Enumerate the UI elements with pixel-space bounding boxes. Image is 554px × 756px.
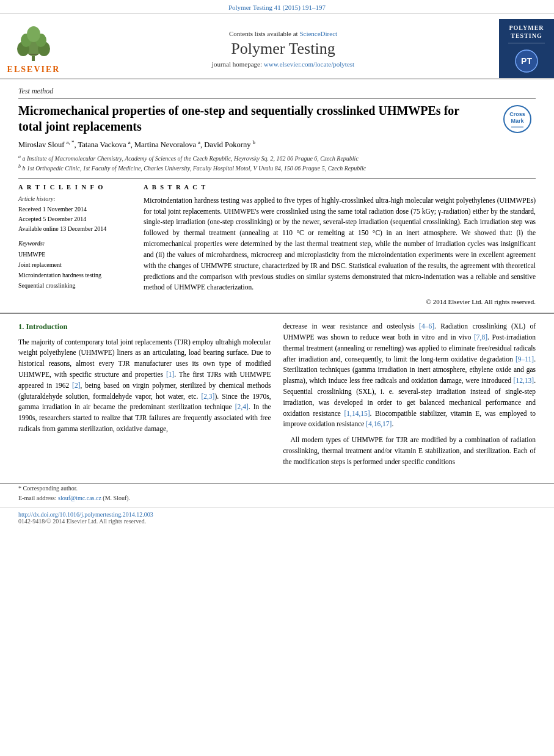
science-direct-link[interactable]: ScienceDirect — [299, 30, 337, 37]
svg-rect-7 — [29, 54, 38, 55]
bottom-bar: http://dx.doi.org/10.1016/j.polymertesti… — [0, 507, 554, 528]
section-1-title: 1. Introduction — [18, 321, 271, 333]
svg-point-6 — [27, 26, 40, 42]
issn-line: 0142-9418/© 2014 Elsevier Ltd. All right… — [18, 518, 536, 525]
top-journal-bar: Polymer Testing 41 (2015) 191–197 — [0, 0, 554, 14]
article-title: Micromechanical properties of one-step a… — [18, 103, 464, 134]
footnote-section: * Corresponding author. E-mail address: … — [0, 483, 554, 503]
elsevier-logo: ELSEVIER — [7, 23, 60, 75]
elsevier-wordmark: ELSEVIER — [7, 65, 60, 75]
corresponding-author-note: * Corresponding author. — [18, 484, 536, 493]
main-body: 1. Introduction The majority of contempo… — [0, 313, 554, 480]
elsevier-logo-section: ELSEVIER — [0, 19, 67, 78]
article-header: Test method Micromechanical properties o… — [0, 79, 554, 313]
article-type: Test method — [18, 87, 536, 99]
body-col-left: 1. Introduction The majority of contempo… — [18, 321, 271, 473]
crossmark-icon: Cross Mark — [502, 104, 533, 134]
elsevier-tree-icon — [11, 23, 57, 63]
body-para-3: All modern types of UHMWPE for TJR are m… — [283, 435, 536, 467]
body-col-right: decrease in wear resistance and osteolys… — [283, 321, 536, 473]
article-info: A R T I C L E I N F O Article history: R… — [18, 184, 131, 305]
email-link[interactable]: slouf@imc.cas.cz — [58, 495, 101, 501]
abstract-text: Microindentation hardness testing was ap… — [144, 195, 536, 293]
body-para-1: The majority of contemporary total joint… — [18, 337, 271, 435]
email-suffix: (M. Slouf). — [103, 495, 130, 501]
polymer-badge-icon: PT — [514, 49, 539, 73]
article-info-heading: A R T I C L E I N F O — [18, 184, 131, 191]
authors: Miroslav Slouf a, *, Tatana Vackova a, M… — [18, 139, 536, 150]
copyright-line: © 2014 Elsevier Ltd. All rights reserved… — [144, 298, 536, 305]
affiliations: a a Institute of Macromolecular Chemistr… — [18, 153, 536, 173]
svg-text:PT: PT — [521, 56, 532, 66]
doi-line: http://dx.doi.org/10.1016/j.polymertesti… — [18, 511, 536, 518]
history-label: Article history: — [18, 195, 131, 202]
affiliation-b: b b 1st Orthopedic Clinic, 1st Faculty o… — [18, 163, 536, 173]
science-direct-line: Contents lists available at ScienceDirec… — [229, 30, 337, 37]
body-para-2: decrease in wear resistance and osteolys… — [283, 321, 536, 430]
email-label: E-mail address: — [18, 495, 56, 501]
badge-line1: POLYMER — [509, 24, 544, 32]
journal-homepage-link[interactable]: www.elsevier.com/locate/polytest — [264, 60, 354, 68]
email-line: E-mail address: slouf@imc.cas.cz (M. Slo… — [18, 493, 536, 503]
header-section: ELSEVIER Contents lists available at Sci… — [0, 14, 554, 79]
article-dates: Received 1 November 2014 Accepted 5 Dece… — [18, 205, 131, 234]
accepted-date: Accepted 5 December 2014 — [18, 214, 131, 224]
svg-text:Cross: Cross — [509, 111, 525, 117]
badge-divider — [508, 43, 545, 43]
keyword-3: Microindentation hardness testing — [18, 270, 131, 280]
journal-reference: Polymer Testing 41 (2015) 191–197 — [228, 4, 326, 11]
affiliation-a: a a Institute of Macromolecular Chemistr… — [18, 153, 536, 163]
received-date: Received 1 November 2014 — [18, 205, 131, 214]
article-info-abstract-section: A R T I C L E I N F O Article history: R… — [18, 178, 536, 305]
svg-text:Mark: Mark — [511, 118, 524, 124]
keywords-section: Keywords: UHMWPE Joint replacement Micro… — [18, 240, 131, 291]
two-col-body: 1. Introduction The majority of contempo… — [18, 321, 536, 473]
badge-line2: TESTING — [509, 32, 544, 40]
doi-link[interactable]: http://dx.doi.org/10.1016/j.polymertesti… — [18, 511, 153, 518]
abstract-section: A B S T R A C T Microindentation hardnes… — [144, 184, 536, 305]
keyword-4: Sequential crosslinking — [18, 280, 131, 291]
keywords-label: Keywords: — [18, 240, 131, 247]
header-center: Contents lists available at ScienceDirec… — [67, 19, 499, 78]
available-online-date: Available online 13 December 2014 — [18, 224, 131, 234]
polymer-testing-badge: POLYMER TESTING PT — [499, 19, 554, 78]
keyword-1: UHMWPE — [18, 249, 131, 260]
page: Polymer Testing 41 (2015) 191–197 — [0, 0, 554, 756]
keywords-list: UHMWPE Joint replacement Microindentatio… — [18, 249, 131, 291]
journal-title: Polymer Testing — [231, 40, 335, 58]
abstract-heading: A B S T R A C T — [144, 184, 536, 191]
keyword-2: Joint replacement — [18, 260, 131, 270]
journal-homepage: journal homepage: www.elsevier.com/locat… — [212, 60, 354, 68]
